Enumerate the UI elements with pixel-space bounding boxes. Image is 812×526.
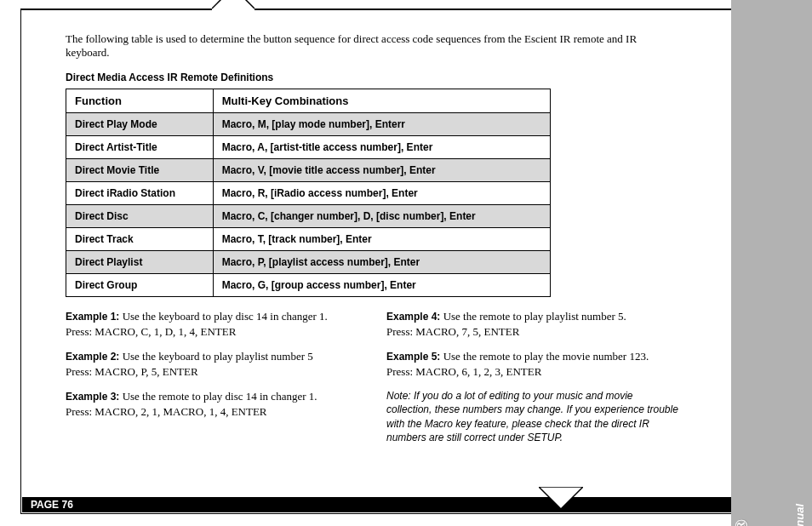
definitions-table: Function Multi-Key Combinations Direct P… (66, 89, 551, 297)
intro-text: The following table is used to determine… (66, 32, 678, 60)
table-row: Direct PlaylistMacro, P, [playlist acces… (66, 251, 551, 274)
registered-mark: ® (732, 516, 751, 526)
brand-logo: ESCIENT® (717, 516, 780, 526)
table-row: Direct iRadio StationMacro, R, [iRadio a… (66, 182, 551, 205)
note-text: Note: If you do a lot of editing to your… (386, 389, 678, 444)
table-row: Direct DiscMacro, C, [changer number], D… (66, 205, 551, 228)
bottom-notch (539, 487, 583, 514)
th-combo: Multi-Key Combinations (213, 89, 550, 113)
table-heading: Direct Media Access IR Remote Definition… (66, 71, 678, 83)
example-4: Example 4: Use the remote to play playli… (386, 309, 678, 339)
examples-grid: Example 1: Use the keyboard to play disc… (66, 309, 678, 444)
page-frame: The following table is used to determine… (20, 9, 792, 514)
table-row: Direct Artist-TitleMacro, A, [artist-tit… (66, 136, 551, 159)
table-row: Direct GroupMacro, G, [group access numb… (66, 274, 551, 297)
manual-title: FireBall™ SE-D1 User's Manual (793, 504, 806, 526)
example-1: Example 1: Use the keyboard to play disc… (66, 309, 357, 339)
page-content: The following table is used to determine… (42, 19, 689, 496)
brand-sidebar: ESCIENT® FireBall™ SE-D1 User's Manual (731, 0, 812, 526)
page-number: PAGE 76 (31, 499, 73, 511)
table-row: Direct TrackMacro, T, [track number], En… (66, 228, 551, 251)
example-5: Example 5: Use the remote to play the mo… (386, 349, 678, 379)
table-row: Direct Play ModeMacro, M, [play mode num… (66, 113, 551, 136)
th-function: Function (66, 89, 214, 113)
table-row: Direct Movie TitleMacro, V, [movie title… (66, 159, 551, 182)
example-3: Example 3: Use the remote to play disc 1… (66, 389, 357, 444)
page-footer: PAGE 76 (22, 497, 790, 512)
svg-marker-0 (539, 487, 583, 509)
top-notch (212, 0, 254, 1)
example-2: Example 2: Use the keyboard to play play… (66, 349, 357, 379)
